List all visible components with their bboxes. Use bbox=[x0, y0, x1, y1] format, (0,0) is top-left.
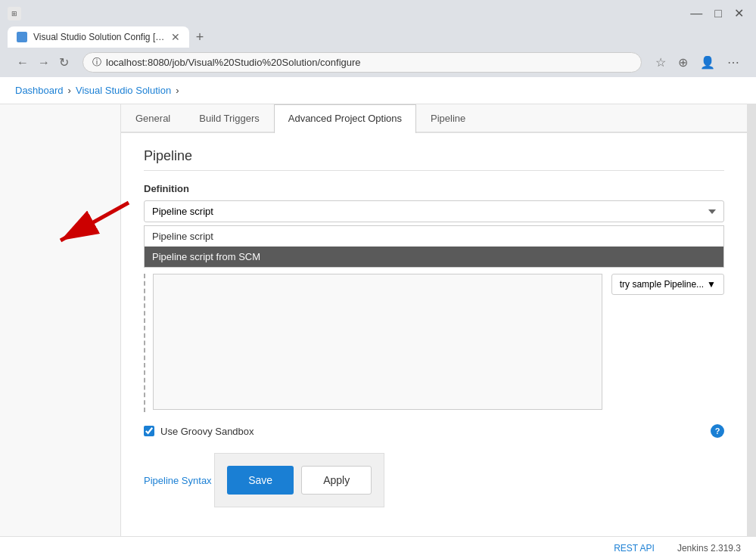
dropdown-option-script[interactable]: Pipeline script bbox=[145, 226, 723, 247]
tab-favicon bbox=[17, 32, 27, 42]
lock-icon: ⓘ bbox=[92, 56, 101, 69]
sidebar bbox=[0, 104, 121, 552]
tab-title: Visual Studio Solution Config [Je... bbox=[33, 32, 165, 42]
sandbox-row: Use Groovy Sandbox ? bbox=[144, 424, 724, 438]
jenkins-version: Jenkins 2.319.3 bbox=[677, 543, 741, 552]
groovy-sandbox-checkbox[interactable] bbox=[144, 426, 154, 436]
section-title: Pipeline bbox=[144, 148, 724, 171]
browser-tab-active[interactable]: Visual Studio Solution Config [Je... ✕ bbox=[8, 26, 189, 48]
definition-dropdown[interactable]: Pipeline script Pipeline script from SCM bbox=[144, 200, 724, 222]
tab-bar: General Build Triggers Advanced Project … bbox=[121, 104, 747, 133]
scrollbar[interactable] bbox=[747, 104, 756, 552]
project-link[interactable]: Visual Studio Solution bbox=[76, 85, 171, 96]
dashboard-link[interactable]: Dashboard bbox=[15, 85, 64, 96]
breadcrumb-sep1: › bbox=[68, 85, 71, 96]
tab-build-triggers[interactable]: Build Triggers bbox=[185, 104, 273, 132]
tab-general[interactable]: General bbox=[121, 104, 185, 132]
bookmark-star-icon[interactable]: ☆ bbox=[652, 54, 669, 71]
definition-label: Definition bbox=[144, 183, 724, 194]
dropdown-option-scm[interactable]: Pipeline script from SCM bbox=[145, 247, 723, 267]
script-textarea[interactable] bbox=[153, 274, 602, 410]
definition-dropdown-container: Pipeline script Pipeline script from SCM bbox=[144, 200, 724, 222]
groovy-sandbox-help-icon[interactable]: ? bbox=[711, 424, 724, 438]
rest-api-link[interactable]: REST API bbox=[614, 543, 655, 552]
save-button[interactable]: Save bbox=[227, 466, 294, 495]
script-area-row: try sample Pipeline... ▼ bbox=[144, 274, 724, 412]
script-textarea-container bbox=[153, 274, 602, 412]
tab-icon: ⊞ bbox=[8, 7, 21, 20]
footer: REST API Jenkins 2.319.3 bbox=[0, 536, 756, 552]
try-sample-button[interactable]: try sample Pipeline... ▼ bbox=[611, 274, 724, 295]
new-tab-button[interactable]: + bbox=[189, 26, 210, 48]
maximize-button[interactable]: □ bbox=[710, 5, 726, 22]
buttons-area: Save Apply bbox=[214, 453, 384, 507]
breadcrumb-sep2: › bbox=[176, 85, 179, 96]
try-sample-label: try sample Pipeline... bbox=[620, 279, 704, 290]
pipeline-syntax-link[interactable]: Pipeline Syntax bbox=[144, 475, 212, 486]
back-button[interactable]: ← bbox=[14, 54, 32, 71]
minimize-button[interactable]: — bbox=[686, 5, 707, 22]
tab-pipeline[interactable]: Pipeline bbox=[416, 104, 480, 132]
forward-button[interactable]: → bbox=[35, 54, 53, 71]
url-bar[interactable]: localhost:8080/job/Visual%20Studio%20Sol… bbox=[106, 57, 632, 68]
menu-icon[interactable]: ⋯ bbox=[724, 54, 742, 71]
chevron-down-icon: ▼ bbox=[707, 279, 716, 290]
groovy-sandbox-label: Use Groovy Sandbox bbox=[160, 426, 254, 437]
tab-advanced-project-options[interactable]: Advanced Project Options bbox=[274, 104, 416, 133]
breadcrumb: Dashboard › Visual Studio Solution › bbox=[0, 77, 756, 104]
dropdown-options-list: Pipeline script Pipeline script from SCM bbox=[144, 225, 724, 268]
bookmark-icon[interactable]: ⊕ bbox=[675, 54, 691, 71]
apply-button[interactable]: Apply bbox=[301, 466, 372, 495]
refresh-button[interactable]: ↻ bbox=[56, 54, 72, 71]
profile-icon[interactable]: 👤 bbox=[697, 54, 718, 71]
close-button[interactable]: ✕ bbox=[730, 5, 748, 22]
tab-close-icon[interactable]: ✕ bbox=[171, 31, 180, 43]
